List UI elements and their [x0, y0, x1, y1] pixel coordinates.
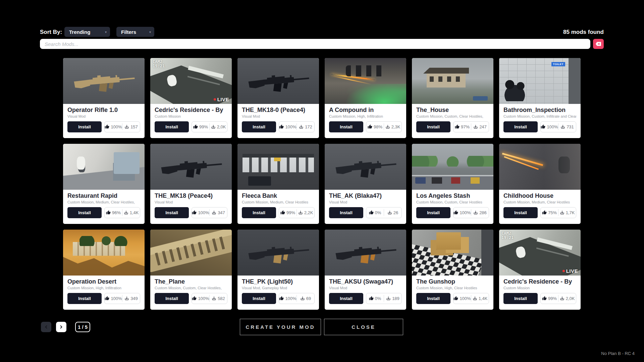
download-icon — [298, 210, 303, 215]
mod-stats: 96% 1,4K — [104, 207, 140, 218]
mod-title: Operator Rifle 1.0 — [67, 107, 140, 114]
install-button[interactable]: Install — [329, 293, 363, 304]
download-count: 1,7K — [566, 210, 575, 215]
chevron-right-icon — [59, 324, 64, 329]
download-count: 731 — [567, 124, 574, 129]
thumbs-up-icon — [542, 210, 547, 215]
mod-title: Operation Desert — [67, 278, 140, 285]
like-percentage: 98% — [374, 124, 382, 129]
thumbs-up-icon — [279, 124, 284, 129]
install-button[interactable]: Install — [503, 121, 538, 132]
mod-thumbnail — [325, 230, 406, 276]
download-count: 349 — [130, 296, 138, 301]
mod-title: The_Plane — [155, 278, 227, 285]
install-button[interactable]: Install — [67, 293, 102, 304]
thumbs-up-icon — [453, 296, 458, 301]
install-button[interactable]: Install — [67, 121, 102, 132]
game-version-label: No Plan B - RC 4 — [601, 351, 635, 356]
download-icon — [387, 210, 392, 215]
like-percentage: 75% — [548, 210, 557, 215]
like-percentage: 100% — [547, 124, 558, 129]
download-count: 26 — [393, 210, 398, 215]
mod-thumbnail — [412, 230, 493, 276]
mod-tags: Visual Mod — [329, 286, 402, 290]
like-percentage: 100% — [285, 124, 296, 129]
mod-stats: 97% 247 — [453, 121, 489, 132]
mod-thumbnail — [499, 144, 581, 190]
thumbs-up-icon — [105, 296, 109, 301]
sort-dropdown[interactable]: Trending ▾ — [64, 27, 110, 37]
mod-card: THE_PK (Light50) Visual Mod, Gameplay Mo… — [237, 230, 319, 310]
mod-title: A Compound in — [329, 107, 402, 114]
download-icon — [560, 210, 565, 215]
toilet-sign: TOILET — [551, 62, 565, 66]
mod-stats: 99% 2,2K — [279, 207, 315, 218]
install-button[interactable]: Install — [155, 207, 189, 218]
download-icon — [473, 124, 478, 129]
mod-grid: Operator Rifle 1.0 Visual Mod Install 10… — [63, 58, 581, 310]
search-input[interactable] — [40, 39, 590, 49]
install-button[interactable]: Install — [67, 207, 102, 218]
mod-card: THE_AK (Blaka47) Visual Mod Install 0% — [325, 144, 406, 224]
thumbnail-shape — [502, 153, 543, 166]
download-icon — [211, 124, 216, 129]
filters-dropdown[interactable]: Filters ▾ — [116, 27, 154, 37]
caret-down-icon: ▾ — [105, 30, 107, 34]
download-count: 2,0K — [566, 296, 575, 301]
thumbs-up-icon — [106, 210, 111, 215]
download-icon — [212, 210, 216, 215]
thumbnail-shape — [436, 232, 461, 250]
thumbs-up-icon — [541, 124, 545, 129]
download-count: 247 — [479, 124, 487, 129]
install-button[interactable]: Install — [242, 293, 276, 304]
download-icon — [385, 124, 390, 129]
thumbs-up-icon — [280, 210, 285, 215]
mod-title: Childhood House — [503, 192, 576, 199]
mod-thumbnail: CAM2 19:21 LIVE — [499, 230, 581, 276]
sort-by-label: Sort By: — [40, 29, 62, 36]
install-button[interactable]: Install — [503, 207, 538, 218]
mod-card: The Gunshop Custom Mission, High, Clear … — [412, 230, 493, 310]
thumbs-up-icon — [369, 296, 374, 301]
install-button[interactable]: Install — [155, 293, 189, 304]
thumbnail-shape — [430, 76, 462, 82]
thumbnail-shape — [248, 176, 271, 185]
mod-tags: Custom Mission, Custom, Infiltrate and C… — [503, 114, 576, 118]
install-button[interactable]: Install — [416, 207, 450, 218]
thumbs-up-icon — [193, 124, 198, 129]
thumbnail-shape — [415, 177, 490, 184]
install-button[interactable]: Install — [155, 121, 189, 132]
install-button[interactable]: Install — [242, 121, 276, 132]
download-icon — [473, 296, 477, 301]
install-button[interactable]: Install — [416, 293, 450, 304]
mod-card: CAM2 19:21 LIVE Cedric's Residence - By … — [499, 230, 581, 310]
close-button[interactable]: CLOSE — [324, 319, 403, 335]
install-button[interactable]: Install — [503, 293, 538, 304]
install-button[interactable]: Install — [416, 121, 450, 132]
mod-title: Bathroom_Inspection — [503, 107, 576, 114]
rifle-icon — [331, 151, 400, 184]
mod-title: The_House — [416, 107, 489, 114]
live-dot-icon — [562, 270, 565, 272]
mod-card: The_House Custom Mission, Custom, Clear … — [412, 58, 493, 138]
create-your-mod-button[interactable]: CREATE YOUR MOD — [240, 319, 321, 335]
thumbnail-shape — [423, 68, 469, 74]
install-button[interactable]: Install — [329, 207, 363, 218]
mod-tags: Custom Mission, Medium, Clear Hostiles, — [67, 200, 140, 204]
next-page-button[interactable] — [56, 322, 66, 332]
thumbs-up-icon — [192, 210, 197, 215]
download-icon — [473, 210, 478, 215]
thumbnail-shape — [345, 84, 406, 104]
mod-thumbnail: CAM2 19:21 LIVE — [150, 58, 232, 104]
install-button[interactable]: Install — [242, 207, 276, 218]
prev-page-button[interactable] — [41, 322, 51, 332]
download-icon — [300, 296, 305, 301]
install-button[interactable]: Install — [329, 121, 363, 132]
clear-search-button[interactable] — [593, 39, 604, 49]
caret-down-icon: ▾ — [149, 30, 151, 34]
like-percentage: 97% — [461, 124, 470, 129]
mod-title: THE_AKSU (Swaga47) — [329, 278, 402, 285]
thumbnail-shape — [502, 78, 532, 101]
live-badge: LIVE — [562, 268, 578, 274]
like-percentage: 100% — [111, 124, 122, 129]
